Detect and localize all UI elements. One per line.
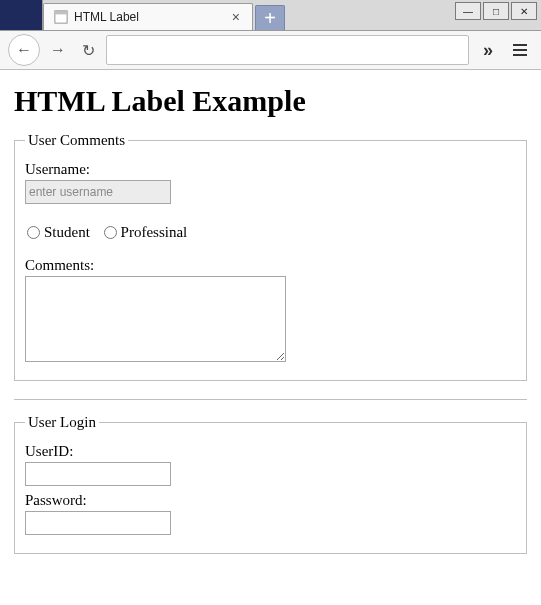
toolbar: ← → ↻ » xyxy=(0,31,541,70)
close-icon: ✕ xyxy=(520,6,528,17)
window-controls: — □ ✕ xyxy=(455,2,537,20)
legend-user-login: User Login xyxy=(25,414,99,431)
radio-option-professional[interactable]: Professinal xyxy=(102,224,188,240)
radio-professional-label: Professinal xyxy=(121,224,188,240)
new-tab-button[interactable]: + xyxy=(255,5,285,30)
window-close-button[interactable]: ✕ xyxy=(511,2,537,20)
browser-chrome: HTML Label × + — □ ✕ ← → ↻ » xyxy=(0,0,541,70)
reload-icon: ↻ xyxy=(82,41,95,60)
tab-close-icon[interactable]: × xyxy=(228,10,244,24)
username-input[interactable] xyxy=(25,180,171,204)
tab-bar: HTML Label × + — □ ✕ xyxy=(0,0,541,31)
overflow-button[interactable]: » xyxy=(475,37,501,63)
svg-rect-1 xyxy=(55,11,67,15)
comments-label: Comments: xyxy=(25,257,516,274)
maximize-icon: □ xyxy=(493,6,499,17)
username-label: Username: xyxy=(25,161,516,178)
forward-button[interactable]: → xyxy=(46,35,70,65)
reload-button[interactable]: ↻ xyxy=(76,35,100,65)
menu-button[interactable] xyxy=(507,37,533,63)
userid-input[interactable] xyxy=(25,462,171,486)
page-heading: HTML Label Example xyxy=(14,84,527,118)
role-radio-group: Student Professinal xyxy=(25,224,516,241)
overflow-icon: » xyxy=(483,40,493,61)
radio-student[interactable] xyxy=(27,226,40,239)
fieldset-user-comments: User Comments Username: Student Professi… xyxy=(14,132,527,381)
window-maximize-button[interactable]: □ xyxy=(483,2,509,20)
fieldset-user-login: User Login UserID: Password: xyxy=(14,414,527,554)
url-bar[interactable] xyxy=(106,35,469,65)
tab-title: HTML Label xyxy=(74,10,228,24)
minimize-icon: — xyxy=(463,6,473,17)
tabbar-spacer xyxy=(0,0,43,30)
password-input[interactable] xyxy=(25,511,171,535)
comments-textarea[interactable] xyxy=(25,276,286,362)
userid-label: UserID: xyxy=(25,443,516,460)
page-content: HTML Label Example User Comments Usernam… xyxy=(0,70,541,564)
page-favicon xyxy=(54,10,68,24)
browser-tab[interactable]: HTML Label × xyxy=(43,3,253,30)
legend-user-comments: User Comments xyxy=(25,132,128,149)
window-minimize-button[interactable]: — xyxy=(455,2,481,20)
plus-icon: + xyxy=(264,7,276,30)
back-button[interactable]: ← xyxy=(8,34,40,66)
radio-professional[interactable] xyxy=(104,226,117,239)
back-arrow-icon: ← xyxy=(16,41,32,59)
radio-option-student[interactable]: Student xyxy=(25,224,90,240)
separator xyxy=(14,399,527,400)
menu-icon xyxy=(513,44,527,46)
forward-arrow-icon: → xyxy=(50,41,66,59)
password-label: Password: xyxy=(25,492,516,509)
radio-student-label: Student xyxy=(44,224,90,240)
